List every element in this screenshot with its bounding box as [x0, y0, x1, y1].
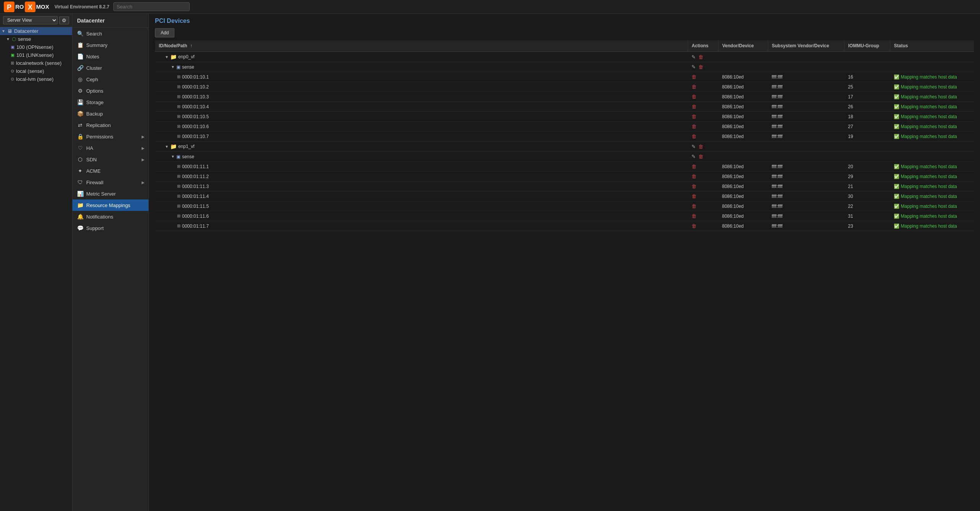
search-input[interactable]: [113, 2, 190, 11]
nav-item-notifications[interactable]: 🔔 Notifications: [73, 211, 148, 222]
tree-item-localnetwork[interactable]: ⊞ localnetwork (sense): [0, 59, 72, 67]
expand-icon-node-1-0[interactable]: ▼: [171, 154, 175, 159]
nav-icon-firewall: 🛡: [77, 179, 83, 185]
nav-label-options: Options: [86, 88, 103, 94]
status-label-1-0-2: Mapping matches host data: [901, 184, 957, 189]
nav-icon-ceph: ◎: [77, 76, 83, 82]
nav-item-support[interactable]: 💬 Support: [73, 222, 148, 234]
pci-icon-0-0-5: ⊞: [177, 124, 181, 129]
cell-device-id-0-0-1: ⊞ 0000:01:10.2: [155, 82, 688, 92]
delete-icon-device-1-0-3[interactable]: 🗑: [691, 193, 696, 199]
cell-device-id-1-0-2: ⊞ 0000:01:11.3: [155, 182, 688, 191]
nav-item-ceph[interactable]: ◎ Ceph: [73, 74, 148, 85]
delete-icon-device-1-0-1[interactable]: 🗑: [691, 174, 696, 179]
cell-group-actions: ✎ 🗑: [688, 141, 718, 152]
table-row: ⊞ 0000:01:10.6 🗑 8086:10ed ffff:ffff 27 …: [155, 122, 974, 132]
delete-icon-device-0-0-0[interactable]: 🗑: [691, 74, 696, 80]
folder-icon-enp0_vf: 📁: [170, 54, 177, 60]
delete-icon-device-1-0-6[interactable]: 🗑: [691, 223, 696, 229]
status-ok-icon-0-0-5: ✅: [894, 124, 899, 129]
nav-item-sdn[interactable]: ⬡ SDN ▶: [73, 154, 148, 165]
tree-item-100[interactable]: ▣ 100 (OPNsense): [0, 43, 72, 51]
nav-item-replication[interactable]: ⇄ Replication: [73, 119, 148, 131]
status-ok-icon-0-0-1: ✅: [894, 84, 899, 90]
delete-icon-device-0-0-5[interactable]: 🗑: [691, 124, 696, 129]
nav-icon-notes: 📄: [77, 53, 83, 59]
cell-device-actions-0-0-1: 🗑: [688, 82, 718, 92]
content-header: PCI Devices Add: [149, 14, 980, 40]
delete-icon-device-1-0-5[interactable]: 🗑: [691, 213, 696, 219]
nav-item-metric-server[interactable]: 📊 Metric Server: [73, 188, 148, 199]
cell-device-id-1-0-0: ⊞ 0000:01:11.1: [155, 162, 688, 172]
logo-text-ro: RO: [15, 3, 24, 10]
tree: ▼ 🖥 Datacenter ▼ ⬡ sense ▣ 100 (OPNsense…: [0, 27, 72, 83]
nav-label-storage: Storage: [86, 100, 104, 105]
tree-item-local-lvm[interactable]: ⊙ local-lvm (sense): [0, 75, 72, 83]
expand-icon-enp0_vf[interactable]: ▼: [165, 55, 169, 59]
cell-device-actions-0-0-0: 🗑: [688, 72, 718, 82]
nav-item-storage[interactable]: 💾 Storage: [73, 96, 148, 108]
nav-item-permissions[interactable]: 🔒 Permissions ▶: [73, 131, 148, 142]
server-view-select[interactable]: Server View: [3, 16, 58, 24]
cell-device-id-1-0-6: ⊞ 0000:01:11.7: [155, 221, 688, 231]
nav-item-summary[interactable]: 📋 Summary: [73, 39, 148, 51]
cell-device-subsystem-0-0-6: ffff:ffff: [768, 132, 844, 141]
nav-item-firewall[interactable]: 🛡 Firewall ▶: [73, 177, 148, 188]
topbar: P RO X MOX Virtual Environment 8.2.7: [0, 0, 980, 14]
delete-icon-group-enp1_vf[interactable]: 🗑: [698, 144, 703, 149]
nav-item-options[interactable]: ⚙ Options: [73, 85, 148, 96]
cell-device-subsystem-1-0-6: ffff:ffff: [768, 221, 844, 231]
delete-icon-node-0-0[interactable]: 🗑: [698, 64, 703, 70]
delete-icon-device-1-0-4[interactable]: 🗑: [691, 203, 696, 209]
device-id-label: 0000:01:11.7: [182, 223, 209, 229]
tree-item-local[interactable]: ⊙ local (sense): [0, 67, 72, 75]
delete-icon-node-1-0[interactable]: 🗑: [698, 154, 703, 159]
tree-item-datacenter[interactable]: ▼ 🖥 Datacenter: [0, 27, 72, 35]
edit-icon-group-enp0_vf[interactable]: ✎: [691, 54, 696, 60]
nav-item-cluster[interactable]: 🔗 Cluster: [73, 62, 148, 74]
status-ok-icon-1-0-3: ✅: [894, 194, 899, 199]
status-label-0-0-0: Mapping matches host data: [901, 74, 957, 80]
delete-icon-device-0-0-6[interactable]: 🗑: [691, 133, 696, 139]
col-status: Status: [890, 40, 974, 51]
add-button[interactable]: Add: [155, 28, 174, 37]
cell-device-vendor-0-0-6: 8086:10ed: [718, 132, 768, 141]
nav-item-search[interactable]: 🔍 Search: [73, 28, 148, 39]
cell-device-id-1-0-4: ⊞ 0000:01:11.5: [155, 201, 688, 211]
edit-icon-node-1-0[interactable]: ✎: [691, 154, 696, 159]
delete-icon-group-enp0_vf[interactable]: 🗑: [698, 54, 703, 60]
node-label-0-0: sense: [182, 64, 194, 70]
nav-item-backup[interactable]: 📦 Backup: [73, 108, 148, 119]
cell-node-actions: ✎ 🗑: [688, 62, 718, 72]
cell-device-id-0-0-3: ⊞ 0000:01:10.4: [155, 102, 688, 112]
delete-icon-device-1-0-2[interactable]: 🗑: [691, 183, 696, 189]
device-id-label: 0000:01:10.1: [182, 74, 209, 80]
cell-device-status-0-0-2: ✅ Mapping matches host data: [890, 92, 974, 102]
delete-icon-device-0-0-2[interactable]: 🗑: [691, 94, 696, 100]
delete-icon-device-0-0-4[interactable]: 🗑: [691, 114, 696, 119]
expand-icon-enp1_vf[interactable]: ▼: [165, 145, 169, 149]
delete-icon-device-0-0-1[interactable]: 🗑: [691, 84, 696, 90]
cell-device-iommu-1-0-3: 30: [844, 191, 890, 201]
nav-label-support: Support: [86, 225, 104, 231]
delete-icon-device-1-0-0[interactable]: 🗑: [691, 164, 696, 169]
nav-label-permissions: Permissions: [86, 134, 113, 140]
nav-item-resource-mappings[interactable]: 📁 Resource Mappings: [73, 199, 148, 211]
delete-icon-device-0-0-3[interactable]: 🗑: [691, 104, 696, 109]
expand-icon-node-0-0[interactable]: ▼: [171, 65, 175, 69]
cell-device-status-0-0-5: ✅ Mapping matches host data: [890, 122, 974, 132]
nav-item-ha[interactable]: ♡ HA ▶: [73, 142, 148, 154]
col-subsystem: Subsystem Vendor/Device: [768, 40, 844, 51]
cell-device-id-0-0-0: ⊞ 0000:01:10.1: [155, 72, 688, 82]
tree-item-101[interactable]: ▣ 101 (LINKsense): [0, 51, 72, 59]
device-id-label: 0000:01:10.2: [182, 84, 209, 90]
vm-101-icon: ▣: [11, 53, 15, 58]
cell-device-subsystem-1-0-5: ffff:ffff: [768, 211, 844, 221]
nav-label-search: Search: [86, 31, 102, 37]
edit-icon-node-0-0[interactable]: ✎: [691, 64, 696, 70]
edit-icon-group-enp1_vf[interactable]: ✎: [691, 144, 696, 149]
gear-button[interactable]: ⚙: [59, 16, 69, 24]
nav-item-acme[interactable]: ✦ ACME: [73, 165, 148, 177]
tree-item-sense[interactable]: ▼ ⬡ sense: [0, 35, 72, 43]
nav-item-notes[interactable]: 📄 Notes: [73, 51, 148, 62]
